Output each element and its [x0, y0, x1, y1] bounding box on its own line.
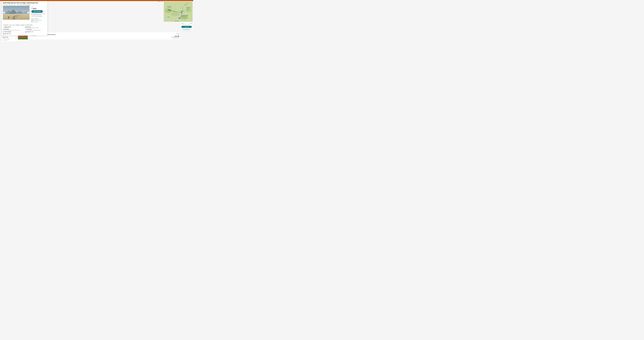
duration-label: Duration — [182, 23, 184, 24]
ask-question-link[interactable]: ? Ask a Question — [32, 21, 45, 22]
tag-cultural: In-depth Cultural — [3, 25, 9, 26]
svg-text:Wilderness: Wilderness — [168, 10, 171, 11]
svg-text:St. Geo...: St. Geo... — [186, 3, 189, 4]
wishlist-button[interactable]: ♡ — [43, 11, 45, 13]
download-pdf-link[interactable]: ⬇️ Download PDF Brochure — [32, 20, 45, 21]
feature-low-intensity: 🏃 Low Intensity Travelers can expect som… — [25, 29, 46, 31]
best-price-icon: 🏷️ — [32, 16, 32, 17]
ask-question-label: Ask a Question — [33, 21, 38, 22]
download-pdf-label: Download PDF Brochure — [33, 20, 41, 21]
svg-text:Security Site: Security Site — [168, 7, 171, 8]
feature-group-size: 👥 Group Size 1 - 14 — [25, 31, 46, 33]
main-card: Death Valley Day Tour from Las Vegas- Sm… — [2, 1, 48, 36]
start-end-text: Start and end in — [20, 4, 26, 5]
date-input[interactable] — [2, 38, 17, 40]
desert-scene — [3, 6, 30, 20]
result-duration-label: Duration — [172, 33, 179, 34]
feature-age-range: 👤 Age range 7 to 99 — [3, 33, 24, 34]
result-guarantee-1: ✓ % based on early dates — [172, 38, 179, 39]
svg-point-2 — [171, 12, 180, 16]
svg-text:Mesquite: Mesquite — [184, 5, 187, 5]
age-icon: 👤 — [3, 33, 4, 34]
tags-row: In-depth Cultural Family Group Fully Gui… — [3, 25, 46, 26]
check-avail-row: Check Availability ♡ — [32, 10, 45, 13]
group-tour-desc: Join a group and forge lifelong friendsh… — [27, 28, 38, 28]
svg-point-10 — [167, 17, 170, 18]
svg-rect-43 — [14, 16, 15, 20]
prev-image-button[interactable]: ‹ — [3, 12, 5, 14]
svg-rect-42 — [14, 16, 14, 20]
intensity-icon: 🏃 — [25, 29, 26, 30]
svg-text:Mojave National: Mojave National — [175, 21, 179, 22]
booking-panel: From US $279 Check Availability ♡ ℹ️ Pri… — [30, 6, 46, 24]
group-size-icon: 👥 — [25, 32, 26, 33]
get-app-link[interactable]: Get app — [158, 1, 160, 2]
svg-point-46 — [17, 15, 18, 16]
best-price-row: 🏷️ Best price guarantee Learn More — [32, 16, 45, 17]
location-text: Las Vegas — [26, 4, 30, 5]
meta-sep2: • — [20, 4, 20, 5]
features-grid: ⭐ Platinum Operator Bindlestiff Tours 👥 … — [3, 27, 46, 34]
tag-guided: Fully Guided — [16, 25, 20, 26]
age-title: Age range 7 to 99 — [4, 33, 11, 34]
duration-value: 1 day — [190, 23, 192, 24]
svg-point-49 — [16, 16, 16, 16]
svg-text:Las Vegas: Las Vegas — [180, 11, 184, 12]
group-tour-icon: 👥 — [25, 27, 26, 28]
departure-chevron: ∧ — [16, 37, 16, 38]
tag-group: Group — [12, 25, 15, 26]
check-avail-label: Check Availability — [33, 11, 41, 12]
svg-rect-38 — [3, 14, 30, 20]
platinum-desc: Bindlestiff Tours — [4, 28, 11, 28]
guided-icon: 🗺 — [3, 29, 4, 30]
english-title: Guided in English — [4, 31, 11, 32]
check-availability-button[interactable]: Check Availability — [32, 10, 43, 13]
plan-adventure-label: Plan your adventure: — [32, 18, 45, 19]
result-stars-1: 5.0 ★ (735 traveler reviews) — [28, 35, 170, 36]
card-body: ‹ › From US $279 Check Availability ♡ ℹ️… — [3, 6, 46, 24]
price-note: ℹ️ Price based on per person in Private … — [32, 14, 45, 15]
tour-image-container: ‹ › — [3, 6, 30, 20]
result-title-1: Private Tour- 3 Day Southwest USA Nation… — [28, 34, 170, 35]
english-icon: 🌐 — [3, 32, 4, 33]
svg-point-18 — [182, 12, 182, 12]
view-tour-button[interactable]: View Tour — [182, 26, 192, 28]
reviews-link[interactable]: 201 traveler reviews — [9, 4, 16, 5]
rating-score: 5.0 — [3, 4, 4, 5]
result-info-1: Private · Family · Sightseeing Private T… — [28, 33, 171, 39]
svg-point-47 — [18, 15, 19, 16]
price-note-text: Price based on per person in Private Tou… — [32, 14, 45, 15]
currency-label: US — [32, 8, 32, 9]
tag-christmas: Christmas & New Year — [26, 25, 33, 26]
ask-icon: ? — [32, 21, 32, 22]
next-image-button[interactable]: › — [28, 12, 29, 14]
dec-2114: December 2114 — [2, 40, 17, 41]
svg-text:Recreation Area: Recreation Area — [183, 16, 188, 17]
tag-personalized: Personalized — [20, 25, 25, 26]
globe-icon[interactable]: 🌐 — [162, 1, 162, 2]
best-price-label: Best price guarantee — [32, 16, 38, 17]
right-panel: Duration 1 day ✓ No match on some dates … — [180, 22, 192, 31]
group-size-title: Group Size 1 - 14 — [27, 31, 33, 32]
price-amount: $279 — [33, 8, 36, 10]
svg-rect-41 — [13, 16, 13, 20]
feature-fully-guided: 🗺 Fully Guided An experienced guide will… — [3, 29, 24, 31]
duration-text: 1 day — [17, 4, 19, 5]
tag-family: Family — [9, 25, 12, 26]
tour-image — [3, 6, 30, 20]
result-badge-1: 26 Being watched · 2 bought — [172, 37, 179, 38]
guided-desc: An experienced guide will be with you fo… — [4, 30, 20, 31]
svg-point-52 — [8, 17, 9, 17]
learn-more-link[interactable]: Learn More — [39, 16, 42, 17]
from-label: From — [32, 7, 45, 8]
result-tags-1: Private · Family · Sightseeing — [28, 33, 170, 34]
no-match-dates: No match on some dates — [182, 24, 189, 25]
map-svg: 15 🌲 🌲 🌲 St. Geo... Mesquite Nevada Nati… — [164, 2, 192, 22]
feature-guided-english: 🌐 Guided in English — [3, 31, 24, 33]
download-brochure-button[interactable]: Download Brochure — [182, 28, 192, 31]
svg-point-4 — [186, 8, 192, 12]
platinum-icon: ⭐ — [3, 27, 4, 28]
duration-row: Duration 1 day — [182, 23, 192, 24]
info-icon: ℹ️ — [32, 14, 32, 15]
tour-title: Death Valley Day Tour from Las Vegas- Sm… — [3, 2, 46, 4]
